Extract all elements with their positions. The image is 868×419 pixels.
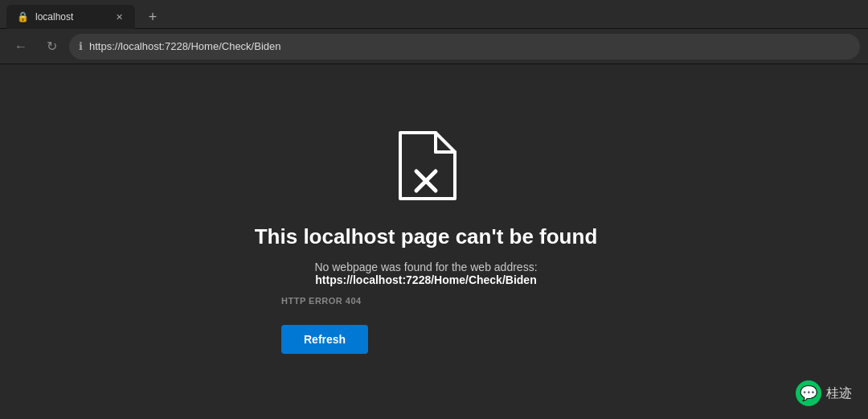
error-description-url: https://localhost:7228/Home/Check/Biden xyxy=(315,273,536,286)
browser-frame: 🔒 localhost ✕ + ← ↻ ℹ https://localhost:… xyxy=(0,0,868,419)
error-container: This localhost page can't be found No we… xyxy=(185,129,667,354)
new-tab-button[interactable]: + xyxy=(141,6,164,28)
back-button[interactable]: ← xyxy=(8,34,34,60)
wechat-icon: 💬 xyxy=(796,380,821,406)
active-tab[interactable]: 🔒 localhost ✕ xyxy=(6,5,135,29)
error-title: This localhost page can't be found xyxy=(255,224,598,249)
title-bar: 🔒 localhost ✕ + xyxy=(0,0,868,29)
lock-icon: ℹ xyxy=(79,40,83,52)
error-description-prefix: No webpage was found for the web address… xyxy=(314,261,537,273)
content-area: This localhost page can't be found No we… xyxy=(0,64,868,419)
watermark-text: 桂迹 xyxy=(826,385,852,402)
tab-area: 🔒 localhost ✕ + xyxy=(6,0,164,28)
address-bar[interactable]: ℹ https://localhost:7228/Home/Check/Bide… xyxy=(69,34,860,60)
url-text: https://localhost:7228/Home/Check/Biden xyxy=(89,40,850,52)
tab-favicon-icon: 🔒 xyxy=(16,10,29,23)
error-description: No webpage was found for the web address… xyxy=(217,261,635,286)
toolbar: ← ↻ ℹ https://localhost:7228/Home/Check/… xyxy=(0,29,868,64)
watermark: 💬 桂迹 xyxy=(796,380,852,406)
refresh-action-button[interactable]: Refresh xyxy=(281,325,368,354)
tab-title: localhost xyxy=(35,11,106,23)
refresh-button[interactable]: ↻ xyxy=(39,34,64,60)
error-icon-wrapper xyxy=(394,129,458,205)
file-not-found-icon xyxy=(394,129,458,202)
error-code: HTTP ERROR 404 xyxy=(281,296,362,306)
tab-close-button[interactable]: ✕ xyxy=(113,10,125,23)
